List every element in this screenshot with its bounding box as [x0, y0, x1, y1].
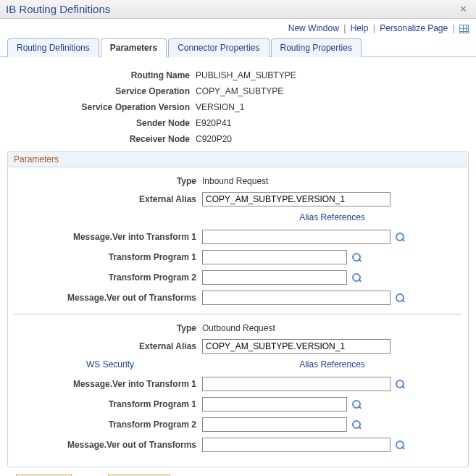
msg-out-label-out: Message.Ver out of Transforms — [14, 440, 202, 450]
tprog2-label-out: Transform Program 2 — [14, 419, 202, 430]
receiver-node-value: C920P20 — [196, 134, 469, 144]
close-icon[interactable]: ✕ — [456, 4, 470, 14]
tab-routing-properties[interactable]: Routing Properties — [271, 38, 362, 57]
top-links: New Window | Help | Personalize Page | — [0, 19, 476, 38]
msg-in-label-out: Message.Ver into Transform 1 — [14, 379, 202, 389]
lookup-icon[interactable] — [396, 293, 406, 304]
type-label-in: Type — [14, 176, 202, 186]
tprog1-label-out: Transform Program 1 — [14, 399, 202, 409]
external-alias-input-in[interactable] — [202, 192, 391, 206]
tab-connector-properties[interactable]: Connector Properties — [168, 38, 269, 57]
sender-node-label: Sender Node — [7, 118, 196, 128]
msg-out-label-in: Message.Ver out of Transforms — [14, 293, 202, 303]
new-window-link[interactable]: New Window — [288, 23, 339, 33]
msg-out-input-in[interactable] — [202, 291, 391, 305]
lookup-icon[interactable] — [396, 380, 406, 390]
divider — [14, 314, 462, 314]
tprog1-input-in[interactable] — [202, 250, 347, 264]
type-label-out: Type — [14, 323, 202, 333]
tprog2-label-in: Transform Program 2 — [14, 272, 202, 283]
lookup-icon[interactable] — [396, 233, 406, 243]
help-link[interactable]: Help — [351, 23, 369, 33]
msg-in-input-in[interactable] — [202, 230, 391, 244]
alias-references-link-in[interactable]: Alias References — [299, 212, 365, 222]
personalize-link[interactable]: Personalize Page — [380, 23, 448, 33]
external-alias-input-out[interactable] — [202, 339, 391, 354]
service-operation-label: Service Operation — [7, 86, 196, 96]
ws-security-link[interactable]: WS Security — [86, 359, 134, 369]
lookup-icon[interactable] — [352, 273, 362, 283]
lookup-icon[interactable] — [352, 253, 362, 263]
tab-parameters[interactable]: Parameters — [101, 38, 167, 57]
msg-in-input-out[interactable] — [202, 377, 391, 391]
external-alias-label-out: External Alias — [14, 341, 202, 351]
routing-name-label: Routing Name — [7, 70, 196, 80]
sender-node-value: E920P41 — [196, 118, 469, 128]
external-alias-label-in: External Alias — [14, 194, 202, 204]
tab-strip: Routing Definitions Parameters Connector… — [0, 38, 476, 57]
parameters-group-header: Parameters — [8, 152, 468, 167]
tprog2-input-in[interactable] — [202, 270, 347, 285]
lookup-icon[interactable] — [396, 440, 406, 451]
routing-name-value: PUBLISH_AM_SUBTYPE — [196, 70, 469, 80]
lookup-icon[interactable] — [352, 420, 362, 430]
service-operation-version-value: VERSION_1 — [196, 102, 469, 112]
tprog1-input-out[interactable] — [202, 397, 347, 412]
tprog2-input-out[interactable] — [202, 417, 347, 432]
type-value-in: Inbound Request — [202, 176, 462, 186]
msg-out-input-out[interactable] — [202, 438, 391, 452]
service-operation-value: COPY_AM_SUBTYPE — [196, 86, 469, 96]
page-title: IB Routing Definitions — [6, 3, 110, 15]
msg-in-label-in: Message.Ver into Transform 1 — [14, 232, 202, 242]
receiver-node-label: Receiver Node — [7, 134, 196, 144]
alias-references-link-out[interactable]: Alias References — [299, 359, 365, 369]
service-operation-version-label: Service Operation Version — [7, 102, 196, 112]
tprog1-label-in: Transform Program 1 — [14, 252, 202, 262]
lookup-icon[interactable] — [352, 400, 362, 410]
grid-icon[interactable] — [459, 25, 469, 33]
type-value-out: Outbound Request — [202, 323, 462, 333]
tab-routing-definitions[interactable]: Routing Definitions — [7, 38, 99, 57]
